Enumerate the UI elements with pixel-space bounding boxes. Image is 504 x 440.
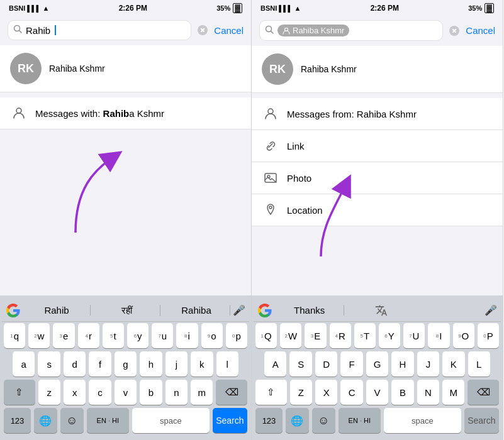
key-q[interactable]: 1q <box>4 323 25 348</box>
suggestion-hindi[interactable]: रहीं <box>93 305 160 316</box>
key-123-2[interactable]: 123 <box>255 408 283 433</box>
content-area-1: RK Rahiba Kshmr Messages with: Rahiba Ks… <box>0 45 251 295</box>
key-f[interactable]: f <box>89 351 111 377</box>
photo-icon-1 <box>262 169 279 187</box>
mic-icon-2[interactable]: 🎤 <box>484 304 497 316</box>
suggestions-bar-1: Rahib रहीं Rahiba 🎤 <box>2 299 249 322</box>
filter-label-link: Link <box>287 141 305 151</box>
key-space-1[interactable]: space <box>132 408 210 433</box>
key-globe-1[interactable]: 🌐 <box>34 408 57 433</box>
search-token-1[interactable]: Rahiba Kshmr <box>277 25 349 36</box>
key-s[interactable]: s <box>38 351 60 377</box>
key-z[interactable]: z <box>38 380 60 405</box>
key-S[interactable]: S <box>289 351 311 377</box>
key-delete-1[interactable]: ⌫ <box>216 380 247 405</box>
key-c[interactable]: c <box>89 380 111 405</box>
cancel-button-2[interactable]: Cancel <box>466 25 495 36</box>
carrier-label-2: BSNI <box>260 4 277 12</box>
search-icon-1 <box>13 25 22 36</box>
key-W[interactable]: 2W <box>280 323 301 348</box>
key-emoji-2[interactable]: ☺ <box>312 408 335 433</box>
key-delete-2[interactable]: ⌫ <box>468 380 499 405</box>
key-Z[interactable]: Z <box>290 380 312 405</box>
key-y[interactable]: 6y <box>127 323 148 348</box>
key-N[interactable]: N <box>417 380 439 405</box>
key-x[interactable]: x <box>64 380 86 405</box>
key-e[interactable]: 3e <box>53 323 74 348</box>
key-R[interactable]: 4R <box>330 323 351 348</box>
mic-icon-1[interactable]: 🎤 <box>233 304 245 316</box>
suggestion-translate[interactable] <box>347 304 415 317</box>
key-E[interactable]: 3E <box>305 323 326 348</box>
key-F[interactable]: F <box>340 351 362 377</box>
key-g[interactable]: g <box>115 351 137 377</box>
key-M[interactable]: M <box>442 380 464 405</box>
key-P[interactable]: 0P <box>478 323 499 348</box>
key-j[interactable]: j <box>165 351 188 377</box>
key-d[interactable]: d <box>64 351 86 377</box>
clear-button-1[interactable] <box>198 25 208 35</box>
key-n[interactable]: n <box>165 380 188 405</box>
key-h[interactable]: h <box>140 351 162 377</box>
key-lang-1[interactable]: EN · HI <box>87 408 129 433</box>
suggestion-thanks[interactable]: Thanks <box>275 305 344 316</box>
key-o[interactable]: 9o <box>201 323 223 348</box>
key-p[interactable]: 0p <box>226 323 247 348</box>
key-H[interactable]: H <box>391 351 413 377</box>
key-r[interactable]: 4r <box>78 323 99 348</box>
filter-row-messages-1[interactable]: Messages with: Rahiba Kshmr <box>0 97 251 129</box>
key-U[interactable]: 7U <box>403 323 425 348</box>
key-V[interactable]: V <box>366 380 388 405</box>
key-O[interactable]: 9O <box>453 323 474 348</box>
contact-result-2[interactable]: RK Rahiba Kshmr <box>252 46 503 92</box>
contact-result-1[interactable]: RK Rahiba Kshmr <box>0 45 251 92</box>
key-search-1[interactable]: Search <box>213 408 247 433</box>
filter-row-messages-from[interactable]: Messages from: Rahiba Kshmr <box>252 98 503 129</box>
filter-bold-1: Rahib <box>103 108 130 119</box>
filter-row-photo[interactable]: Photo <box>252 162 503 194</box>
key-m[interactable]: m <box>191 380 213 405</box>
key-search-2[interactable]: Search <box>464 408 499 433</box>
key-D[interactable]: D <box>315 351 337 377</box>
key-space-2[interactable]: space <box>384 408 461 433</box>
key-k[interactable]: k <box>191 351 213 377</box>
key-shift-1[interactable]: ⇧ <box>4 380 35 405</box>
key-T[interactable]: 5T <box>354 323 376 348</box>
key-A[interactable]: A <box>264 351 286 377</box>
key-v[interactable]: v <box>115 380 137 405</box>
cancel-button-1[interactable]: Cancel <box>214 25 244 36</box>
key-globe-2[interactable]: 🌐 <box>286 408 309 433</box>
key-C[interactable]: C <box>340 380 362 405</box>
key-L[interactable]: L <box>468 351 490 377</box>
suggestion-rahib[interactable]: Rahib <box>23 305 91 316</box>
filter-row-link[interactable]: Link <box>252 130 503 162</box>
status-bar-2: BSNI ▌▌▌ ▲ 2:26 PM 35% ▓ <box>252 0 503 15</box>
key-G[interactable]: G <box>366 351 388 377</box>
key-Q[interactable]: 1Q <box>255 323 277 348</box>
search-input-wrap-2[interactable]: Rahiba Kshmr <box>259 20 443 41</box>
key-i[interactable]: 8i <box>176 323 198 348</box>
key-B[interactable]: B <box>391 380 413 405</box>
key-I[interactable]: 8I <box>428 323 449 348</box>
key-J[interactable]: J <box>417 351 439 377</box>
key-w[interactable]: 2w <box>28 323 50 348</box>
key-shift-2[interactable]: ⇧ <box>255 380 287 405</box>
svg-line-1 <box>20 31 22 33</box>
clear-button-2[interactable] <box>449 26 459 36</box>
key-a[interactable]: a <box>13 351 35 377</box>
key-lang-2[interactable]: EN · HI <box>339 408 381 433</box>
key-123-1[interactable]: 123 <box>4 408 31 433</box>
key-t[interactable]: 5t <box>103 323 124 348</box>
search-input-wrap-1[interactable]: Rahib <box>8 20 191 40</box>
filter-row-location[interactable]: Location <box>252 194 503 226</box>
key-emoji-1[interactable]: ☺ <box>60 408 84 433</box>
key-l[interactable]: l <box>216 351 238 377</box>
key-X[interactable]: X <box>315 380 337 405</box>
search-query-text-1: Rahib <box>26 25 50 36</box>
key-b[interactable]: b <box>140 380 162 405</box>
key-u[interactable]: 7u <box>152 323 173 348</box>
suggestion-rahiba[interactable]: Rahiba <box>163 305 230 316</box>
key-Y[interactable]: 6Y <box>379 323 400 348</box>
key-K[interactable]: K <box>442 351 464 377</box>
token-label: Rahiba Kshmr <box>293 26 344 35</box>
